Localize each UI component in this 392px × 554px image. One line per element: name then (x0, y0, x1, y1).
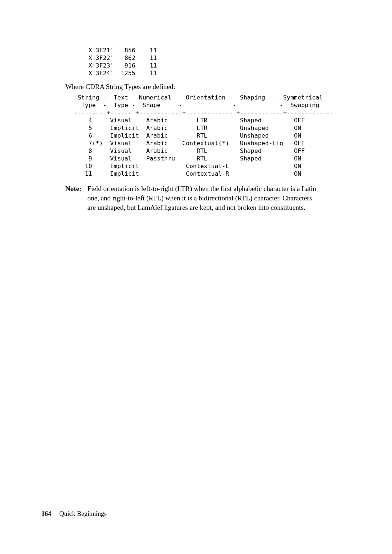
page: X'3F21' 856 11 X'3F22' 862 11 X'3F23' 91… (0, 0, 392, 554)
code-table-cdra: String - Text - Numerical - Orientation … (74, 94, 334, 178)
intro-paragraph: Where CDRA String Types are defined: (65, 82, 334, 91)
footer-title: Quick Beginnings (60, 510, 107, 517)
page-footer: 164 Quick Beginnings (41, 510, 107, 518)
code-table-top: X'3F21' 856 11 X'3F22' 862 11 X'3F23' 91… (74, 46, 334, 77)
note-block: Note: Field orientation is left-to-right… (65, 184, 334, 212)
page-number: 164 (41, 510, 51, 517)
note-body: Field orientation is left-to-right (LTR)… (87, 184, 318, 212)
content-area: X'3F21' 856 11 X'3F22' 862 11 X'3F23' 91… (65, 46, 334, 212)
note-label: Note: (65, 184, 86, 194)
